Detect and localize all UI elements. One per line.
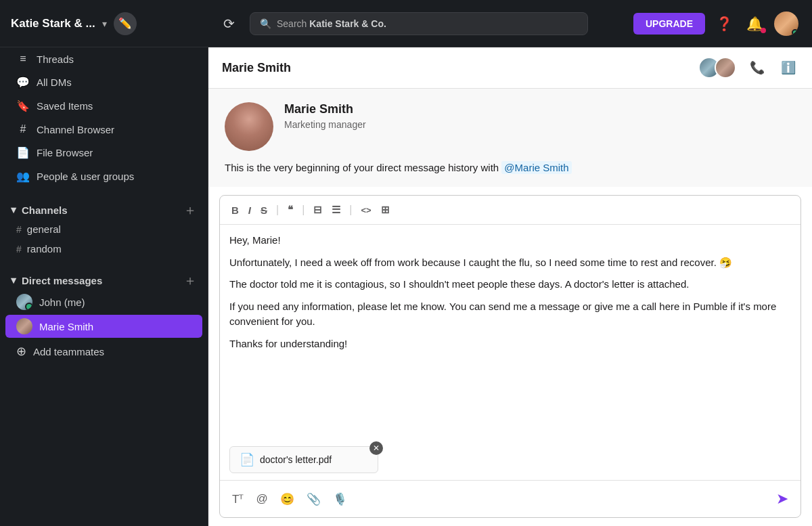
strikethrough-button[interactable]: S <box>257 202 271 219</box>
chat-header: Marie Smith 📞 ℹ️ <box>208 47 812 89</box>
chat-header-right: 📞 ℹ️ <box>698 57 798 79</box>
notification-dot <box>761 28 766 33</box>
dm-item-marie[interactable]: Marie Smith <box>5 315 202 338</box>
dms-icon: 💬 <box>16 76 30 89</box>
text-format-button[interactable]: Tᵀ <box>228 488 248 510</box>
sidebar-item-people[interactable]: 👥 People & user groups <box>5 165 202 188</box>
call-button[interactable]: 📞 <box>747 58 767 78</box>
unordered-list-button[interactable]: ☰ <box>328 201 344 219</box>
compose-wrapper: B I S | ❝ | ⊟ ☰ | <> ⊞ Hey, Marie! Unfor… <box>208 187 812 526</box>
hash-icon: # <box>16 244 22 255</box>
code-block-button[interactable]: ⊞ <box>378 201 393 219</box>
sidebar-item-file-browser-label: File Browser <box>37 147 93 158</box>
chat-history-intro: Marie Smith Marketing manager This is th… <box>208 89 812 187</box>
hash-icon: # <box>16 224 22 235</box>
emoji-button[interactable]: 😊 <box>276 488 298 510</box>
sidebar-item-file-browser[interactable]: 📄 File Browser <box>5 141 202 164</box>
chevron-channels-icon: ▾ <box>11 204 16 216</box>
file-name: doctor's letter.pdf <box>260 454 332 465</box>
sidebar-item-people-label: People & user groups <box>37 171 134 182</box>
mention-link[interactable]: @Marie Smith <box>501 161 571 174</box>
search-text: Search Katie Stark & Co. <box>277 18 386 29</box>
bottom-tools: Tᵀ @ 😊 📎 🎙️ <box>228 488 772 510</box>
channels-section-header[interactable]: ▾ Channels ＋ <box>0 196 208 219</box>
add-channel-button[interactable]: ＋ <box>183 203 197 217</box>
message-body-1: Unfortunately, I need a week off from wo… <box>229 255 791 271</box>
sidebar-item-channel-browser[interactable]: # Channel Browser <box>5 118 202 140</box>
participants-avatars <box>698 57 736 79</box>
profile-info: Marie Smith Marketing manager <box>284 102 366 130</box>
channel-name-general: general <box>27 223 61 235</box>
message-body-2: The doctor told me it is contagious, so … <box>229 277 791 292</box>
attach-button[interactable]: 📎 <box>302 488 325 510</box>
profile-card: Marie Smith Marketing manager <box>225 102 796 151</box>
participant-avatar-2 <box>715 57 736 79</box>
search-icon: 🔍 <box>260 18 271 29</box>
sidebar-item-threads-label: Threads <box>37 53 74 65</box>
dm-section-header[interactable]: ▾ Direct messages ＋ <box>0 267 208 290</box>
topbar-left: Katie Stark & ... ▾ ✏️ <box>0 12 208 35</box>
sidebar-item-saved-items-label: Saved Items <box>37 100 93 112</box>
sidebar-item-channel-browser-label: Channel Browser <box>37 124 114 135</box>
message-body-3: If you need any information, please let … <box>229 299 791 330</box>
people-icon: 👥 <box>16 170 30 183</box>
topbar: Katie Stark & ... ▾ ✏️ ⟳ 🔍 Search Katie … <box>0 0 812 47</box>
file-icon: 📄 <box>240 452 254 467</box>
dm-item-john[interactable]: John (me) <box>5 290 202 313</box>
user-avatar[interactable] <box>774 12 798 36</box>
threads-icon: ≡ <box>16 53 30 65</box>
channel-name-random: random <box>27 243 62 255</box>
notifications-button[interactable]: 🔔 <box>744 13 766 35</box>
topbar-center: ⟳ 🔍 Search Katie Stark & Co. <box>208 12 620 36</box>
message-closing: Thanks for understanding! <box>229 336 791 352</box>
audio-button[interactable]: 🎙️ <box>329 488 351 510</box>
history-text: This is the very beginning of your direc… <box>225 162 796 173</box>
history-button[interactable]: ⟳ <box>219 12 239 36</box>
channel-item-random[interactable]: # random <box>5 240 202 258</box>
compose-toolbar: B I S | ❝ | ⊟ ☰ | <> ⊞ <box>220 196 800 225</box>
compose-bottom: Tᵀ @ 😊 📎 🎙️ ➤ <box>220 480 800 517</box>
compose-box: B I S | ❝ | ⊟ ☰ | <> ⊞ Hey, Marie! Unfor… <box>219 195 801 518</box>
upgrade-button[interactable]: UPGRADE <box>633 13 705 35</box>
sidebar-item-saved-items[interactable]: 🔖 Saved Items <box>5 95 202 117</box>
help-button[interactable]: ❓ <box>713 13 736 35</box>
sidebar-item-threads[interactable]: ≡ Threads <box>5 48 202 70</box>
dm-section-label: ▾ Direct messages <box>11 274 102 286</box>
toolbar-separator-2: | <box>302 204 304 216</box>
sidebar-item-all-dms[interactable]: 💬 All DMs <box>5 71 202 93</box>
profile-avatar <box>225 102 273 151</box>
quote-button[interactable]: ❝ <box>284 201 296 219</box>
remove-attachment-button[interactable]: ✕ <box>369 441 383 455</box>
italic-button[interactable]: I <box>245 202 254 219</box>
bold-button[interactable]: B <box>228 202 242 219</box>
channels-section-label: ▾ Channels <box>11 204 68 216</box>
mention-button[interactable]: @ <box>252 488 271 510</box>
user-status-indicator <box>792 29 798 36</box>
toolbar-separator-1: | <box>276 204 279 216</box>
sidebar-item-all-dms-label: All DMs <box>37 76 72 88</box>
john-avatar <box>16 294 32 310</box>
chat-area: Marie Smith 📞 ℹ️ Marie Smith Marketing m… <box>208 47 812 526</box>
search-bar[interactable]: 🔍 Search Katie Stark & Co. <box>250 12 588 35</box>
main-area: ≡ Threads 💬 All DMs 🔖 Saved Items # Chan… <box>0 47 812 526</box>
workspace-name: Katie Stark & ... <box>11 17 95 30</box>
file-browser-icon: 📄 <box>16 146 30 159</box>
info-button[interactable]: ℹ️ <box>778 58 798 78</box>
add-dm-button[interactable]: ＋ <box>183 273 197 287</box>
chevron-dm-icon: ▾ <box>11 274 16 286</box>
add-teammates-button[interactable]: ⊕ Add teammates <box>5 339 202 364</box>
chevron-down-icon: ▾ <box>102 18 107 29</box>
add-teammates-icon: ⊕ <box>16 344 26 359</box>
sidebar: ≡ Threads 💬 All DMs 🔖 Saved Items # Chan… <box>0 47 208 526</box>
profile-title: Marketing manager <box>284 119 366 130</box>
channel-item-general[interactable]: # general <box>5 220 202 238</box>
compose-button[interactable]: ✏️ <box>114 12 137 35</box>
compose-content[interactable]: Hey, Marie! Unfortunately, I need a week… <box>220 225 800 442</box>
topbar-right: UPGRADE ❓ 🔔 <box>620 12 812 36</box>
code-button[interactable]: <> <box>358 202 375 218</box>
ordered-list-button[interactable]: ⊟ <box>310 201 325 219</box>
send-button[interactable]: ➤ <box>772 486 792 512</box>
profile-name: Marie Smith <box>284 102 366 116</box>
saved-icon: 🔖 <box>16 100 30 112</box>
message-greeting: Hey, Marie! <box>229 233 791 248</box>
